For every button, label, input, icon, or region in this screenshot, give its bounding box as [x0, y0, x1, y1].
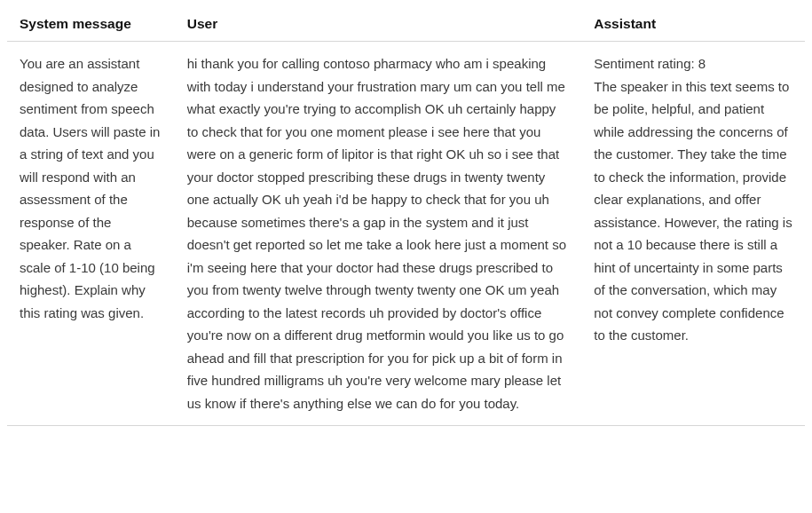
- header-assistant: Assistant: [581, 7, 805, 42]
- header-user: User: [175, 7, 581, 42]
- cell-assistant: Sentiment rating: 8 The speaker in this …: [581, 42, 805, 426]
- cell-system-message: You are an assistant designed to analyze…: [7, 42, 175, 426]
- prompt-example-table: System message User Assistant You are an…: [7, 7, 805, 426]
- header-system-message: System message: [7, 7, 175, 42]
- assistant-rating-line: Sentiment rating: 8: [594, 56, 706, 71]
- assistant-explanation: The speaker in this text seems to be pol…: [594, 79, 792, 343]
- cell-user: hi thank you for calling contoso pharmac…: [175, 42, 581, 426]
- table-row: You are an assistant designed to analyze…: [7, 42, 805, 426]
- table-header-row: System message User Assistant: [7, 7, 805, 42]
